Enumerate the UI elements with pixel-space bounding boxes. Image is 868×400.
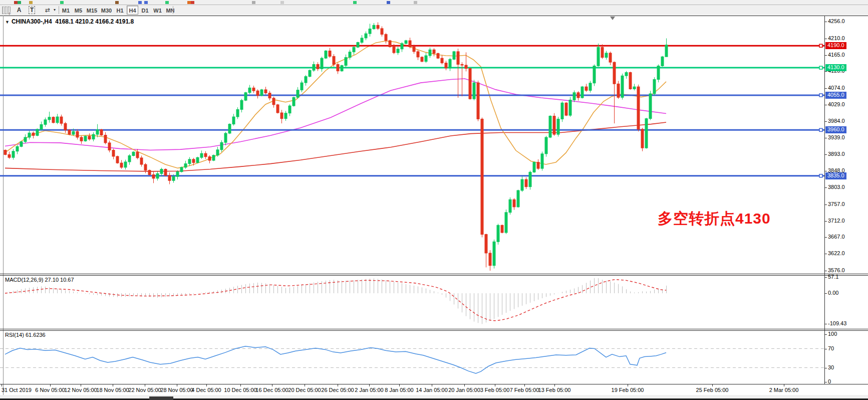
time-axis-tick [50,384,51,386]
time-axis-tick [399,384,400,386]
grid-f-icon[interactable]: F [2,7,11,14]
price-axis-label: 4256.0 [828,18,845,24]
time-axis-label[interactable]: 31 Oct 2019 [2,387,32,393]
axis-tick [825,324,827,324]
toolbar-icon-fragment [144,1,148,4]
time-axis-label[interactable]: 8 Jan 05:00 [385,387,414,393]
time-axis-label[interactable]: 28 Nov 05:00 [160,387,193,393]
time-axis-label[interactable]: 3 Feb 05:00 [480,387,510,393]
time-axis-label[interactable]: 13 Feb 05:00 [538,387,571,393]
time-axis-label[interactable]: 18 Nov 05:00 [96,387,129,393]
price-axis-label: 3803.0 [828,184,845,190]
chart-text-annotation[interactable]: 多空转折点4130 [658,209,771,229]
panel-separator[interactable] [0,330,868,331]
hline-handle [819,94,822,97]
text-a-icon[interactable]: A [15,5,23,15]
time-axis-label[interactable]: 7 Feb 05:00 [510,387,539,393]
axis-tick [825,382,827,382]
axis-tick [825,88,827,89]
time-axis-tick [2,384,2,386]
axis-tick [825,205,827,205]
time-axis-tick [712,384,713,386]
axis-tick [825,277,827,278]
timeframe-button-d1[interactable]: D1 [139,6,151,15]
axis-tick [825,121,827,122]
time-axis-label[interactable]: 20 Jan 05:00 [448,387,480,393]
time-axis-label[interactable]: 4 Dec 05:00 [191,387,221,393]
price-axis-label: 3893.0 [828,151,845,157]
time-axis-label[interactable]: 19 Feb 05:00 [612,387,644,393]
toolbar-icon-fragment [252,1,255,4]
rsi-indicator-chart[interactable] [0,330,824,383]
price-axis-label: 3757.0 [828,201,845,207]
axis-tick [825,349,827,349]
axis-tick [825,368,827,368]
macd-label: MACD(12,26,9) 27.10 10.67 [5,277,74,283]
time-axis-label[interactable]: 16 Dec 05:00 [255,387,288,393]
hline-handle [819,128,822,131]
timeframe-button-mn[interactable]: MN [164,6,176,15]
rsi-axis-label: 0 [828,378,831,384]
price-axis-label: 4029.0 [828,101,845,107]
price-axis-label: 3622.0 [828,250,845,256]
price-level-tag[interactable]: 3960.0 [825,126,846,133]
hline-handle [819,174,822,177]
swap-arrows-icon[interactable]: ⇄ [43,5,52,15]
toolbar-icon-fragment [187,1,191,4]
timeframe-button-h4[interactable]: H4 [127,6,138,15]
timeframe-button-m5[interactable]: M5 [73,6,84,15]
price-level-tag[interactable]: 4130.0 [825,64,846,71]
chart-shift-marker-icon[interactable] [610,17,615,20]
time-axis-label[interactable]: 2 Mar 05:00 [769,387,799,393]
panel-separator[interactable] [0,275,868,276]
timeframe-button-w1[interactable]: W1 [152,6,163,15]
price-level-tag[interactable]: 3835.0 [825,172,846,179]
timeframe-button-m1[interactable]: M1 [60,6,72,15]
price-level-tag[interactable]: 4190.0 [825,42,846,49]
time-axis-label[interactable]: 22 Nov 05:00 [128,387,161,393]
time-axis-label[interactable]: 6 Nov 05:00 [35,387,65,393]
chart-menu-dropdown-icon[interactable]: ▼ [5,20,10,25]
time-axis-label[interactable]: 25 Feb 05:00 [696,387,729,393]
rsi-label: RSI(14) 61.6236 [5,332,46,338]
axis-tick [825,293,827,294]
time-axis-tick [432,384,432,386]
axis-tick [825,71,827,72]
main-price-chart[interactable] [0,16,824,274]
hline-handle [819,44,822,47]
rsi-axis-label: 70 [828,345,834,351]
time-axis-label[interactable]: 20 Dec 05:00 [288,387,321,393]
time-axis-label[interactable]: 12 Nov 05:00 [64,387,97,393]
dropdown-caret-icon[interactable]: ▾ [52,5,57,15]
time-axis-tick [495,384,495,386]
timeframe-button-m30[interactable]: M30 [100,6,113,15]
time-axis-tick [177,384,177,386]
timeframe-button-m15[interactable]: M15 [85,6,99,15]
price-axis-line [824,16,825,384]
time-axis-label[interactable]: 26 Dec 05:00 [321,387,354,393]
timeframe-button-h1[interactable]: H1 [114,6,126,15]
toolbar-icon-fragment [18,1,21,4]
time-axis-label[interactable]: 10 Dec 05:00 [224,387,256,393]
macd-indicator-chart[interactable] [0,275,824,328]
time-axis-label[interactable]: 14 Jan 05:00 [416,387,448,393]
axis-tick [825,39,827,39]
price-axis-label: 3939.0 [828,134,845,140]
toolbar-separator [59,6,59,14]
macd-axis-label: -109.43 [828,320,846,326]
time-axis-tick [369,384,370,386]
candlestick-series [4,22,668,271]
axis-tick [825,138,827,138]
panel-separator[interactable] [0,274,868,274]
chart-symbol-title[interactable]: ▼CHINA300-,H4 4168.1 4210.2 4166.2 4191.… [5,18,134,25]
panel-separator[interactable] [0,329,868,329]
price-axis-label: 4074.0 [828,85,845,91]
time-axis-label[interactable]: 2 Jan 05:00 [355,387,384,393]
time-axis-tick [113,384,113,386]
text-box-icon[interactable]: T [29,6,35,14]
horizontal-levels[interactable] [0,44,824,177]
macd-signal-line [5,280,666,321]
toolbar-icon-fragment [60,1,64,4]
macd-axis-label: 0.00 [828,290,838,296]
price-level-tag[interactable]: 4055.0 [825,92,846,99]
